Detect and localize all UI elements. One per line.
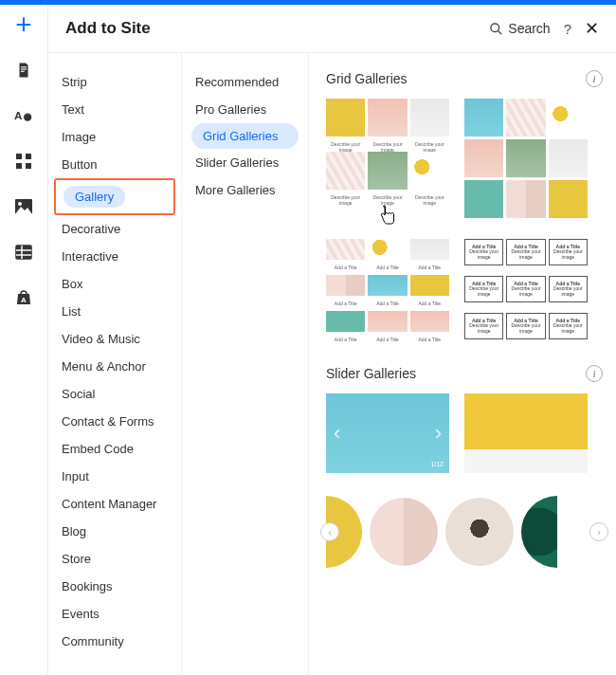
add-panel: Add to Site Search ? ✕ StripTextImageBut…	[47, 5, 616, 675]
store-icon[interactable]: A	[13, 287, 34, 308]
category-item[interactable]: Community	[48, 628, 181, 655]
category-item[interactable]: Box	[48, 270, 181, 298]
thumb	[549, 139, 588, 177]
thumb	[410, 311, 449, 332]
thumb	[464, 99, 503, 137]
info-icon[interactable]: i	[586, 365, 603, 382]
slider-tile[interactable]	[464, 393, 588, 473]
table-icon[interactable]	[13, 242, 34, 263]
chevron-right-icon[interactable]: ›	[589, 522, 608, 541]
category-item[interactable]: Video & Music	[48, 325, 181, 353]
page-icon[interactable]	[13, 60, 34, 81]
svg-rect-2	[21, 71, 25, 72]
section-head-slider: Slider Galleries i	[326, 365, 603, 382]
gallery-tile[interactable]	[464, 99, 588, 218]
category-item[interactable]: Social	[48, 380, 181, 408]
thumb-caption: Add a Title	[368, 335, 407, 344]
category-item[interactable]: Image	[48, 123, 181, 151]
svg-rect-0	[21, 66, 27, 67]
thumb-caption: Add a Title	[326, 335, 365, 344]
content-column: Grid Galleries i Describe your image Des…	[309, 53, 616, 675]
category-item[interactable]: Decorative	[48, 215, 181, 243]
category-item[interactable]: Store	[48, 545, 181, 573]
thumb	[410, 239, 449, 260]
thumb	[410, 275, 449, 296]
thumb	[464, 139, 503, 177]
panel-header: Add to Site Search ? ✕	[48, 5, 616, 53]
subcategory-item[interactable]: Slider Galleries	[182, 149, 308, 176]
search-label: Search	[508, 21, 550, 36]
category-item[interactable]: Input	[48, 463, 181, 490]
category-item[interactable]: Interactive	[48, 243, 181, 270]
category-item[interactable]: Events	[48, 600, 181, 628]
category-item[interactable]: Button	[48, 151, 181, 178]
wireframe-cell: Add a TitleDescribe your image	[464, 276, 503, 302]
subcategory-item[interactable]: Recommended	[182, 68, 308, 96]
thumb-caption: Describe your image	[326, 192, 365, 202]
category-item[interactable]: Content Manager	[48, 490, 181, 518]
help-icon[interactable]: ?	[564, 21, 571, 37]
subcategory-item[interactable]: Grid Galleries	[191, 123, 299, 149]
thumb	[326, 152, 365, 190]
svg-line-17	[498, 30, 502, 34]
svg-rect-11	[16, 246, 31, 259]
thumb	[506, 180, 545, 218]
thumb-caption: Add a Title	[368, 263, 407, 272]
category-item[interactable]: Bookings	[48, 573, 181, 600]
subcategory-item[interactable]: More Galleries	[182, 176, 308, 204]
wireframe-cell: Add a TitleDescribe your image	[506, 313, 545, 339]
category-item[interactable]: Text	[48, 96, 181, 123]
gallery-tile[interactable]: Add a Title Add a Title Add a Title Add …	[326, 239, 449, 344]
theme-icon[interactable]: A	[13, 105, 34, 126]
category-item[interactable]: Menu & Anchor	[48, 353, 181, 380]
panel-columns: StripTextImageButtonGalleryDecorativeInt…	[48, 53, 616, 675]
category-item[interactable]: Contact & Forms	[48, 408, 181, 435]
search-button[interactable]: Search	[489, 21, 550, 36]
thumb	[368, 99, 407, 137]
thumb	[410, 152, 449, 190]
add-icon[interactable]: +	[13, 14, 34, 35]
thumb	[326, 239, 365, 260]
info-icon[interactable]: i	[586, 70, 603, 87]
wireframe-cell: Add a TitleDescribe your image	[506, 239, 545, 265]
thumb-caption: Add a Title	[410, 299, 449, 308]
slider-circle-row[interactable]: ‹ ›	[326, 494, 603, 570]
cursor-icon	[378, 205, 397, 230]
category-item[interactable]: List	[48, 298, 181, 325]
svg-rect-6	[26, 154, 31, 159]
gallery-tile[interactable]: Add a TitleDescribe your image Add a Tit…	[464, 239, 588, 344]
thumb-caption: Describe your image	[410, 192, 449, 202]
subcategory-item[interactable]: Pro Galleries	[182, 96, 308, 123]
svg-rect-5	[16, 154, 22, 159]
thumb	[506, 139, 545, 177]
category-column: StripTextImageButtonGalleryDecorativeInt…	[48, 53, 181, 675]
gallery-tile[interactable]: Describe your image Describe your image …	[326, 99, 449, 218]
chevron-left-icon[interactable]: ‹	[320, 522, 339, 541]
category-item[interactable]: Blog	[48, 518, 181, 545]
thumb	[549, 99, 588, 137]
section-head-grid: Grid Galleries i	[326, 70, 603, 87]
circle-thumb	[370, 498, 438, 566]
category-item[interactable]: Embed Code	[48, 435, 181, 463]
thumb	[549, 180, 588, 218]
thumb-caption: Add a Title	[326, 263, 365, 272]
media-icon[interactable]	[13, 196, 34, 217]
thumb	[464, 180, 503, 218]
thumb-caption: Add a Title	[410, 263, 449, 272]
thumb	[326, 99, 365, 137]
apps-icon[interactable]	[13, 151, 34, 172]
category-item[interactable]: Strip	[48, 68, 181, 96]
svg-rect-8	[26, 163, 31, 169]
wireframe-cell: Add a TitleDescribe your image	[464, 239, 503, 265]
svg-point-4	[24, 114, 31, 121]
slider-tile[interactable]: ‹› 1/12	[326, 393, 449, 473]
category-item[interactable]: Gallery	[54, 178, 175, 215]
svg-rect-7	[16, 163, 22, 169]
panel-title: Add to Site	[65, 19, 151, 38]
svg-point-16	[491, 23, 499, 31]
close-icon[interactable]: ✕	[585, 18, 599, 39]
slider-section-title: Slider Galleries	[326, 366, 416, 381]
chevron-left-icon: ‹	[334, 421, 340, 446]
wireframe-cell: Add a TitleDescribe your image	[549, 276, 588, 302]
grid-section-title: Grid Galleries	[326, 71, 408, 86]
